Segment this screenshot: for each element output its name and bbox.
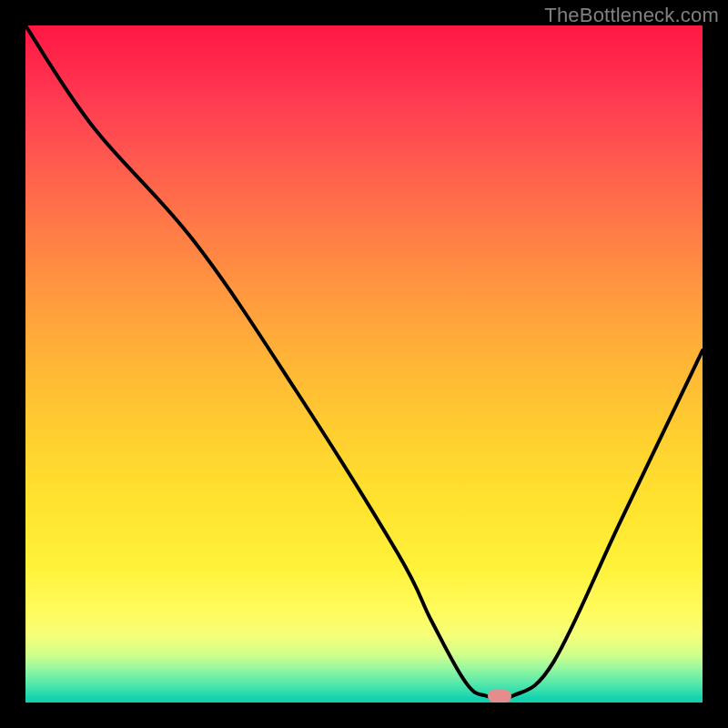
watermark-text: TheBottleneck.com	[544, 4, 719, 27]
bottleneck-curve	[25, 25, 703, 699]
optimal-marker	[488, 690, 511, 703]
chart-stage: TheBottleneck.com	[0, 0, 728, 728]
curve-layer	[25, 25, 703, 703]
plot-area	[25, 25, 703, 703]
